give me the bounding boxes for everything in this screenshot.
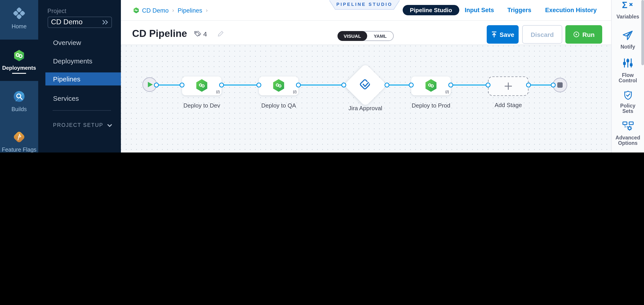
svg-text:Deploy to Prod: Deploy to Prod [412, 102, 450, 109]
svg-text:Jira Approval: Jira Approval [348, 105, 382, 112]
svg-text:Deploy to QA: Deploy to QA [261, 102, 296, 109]
svg-text:Deploy to Dev: Deploy to Dev [183, 102, 220, 109]
svg-text:Add Stage: Add Stage [494, 102, 522, 108]
svg-text:Σ: Σ [622, 1, 627, 10]
